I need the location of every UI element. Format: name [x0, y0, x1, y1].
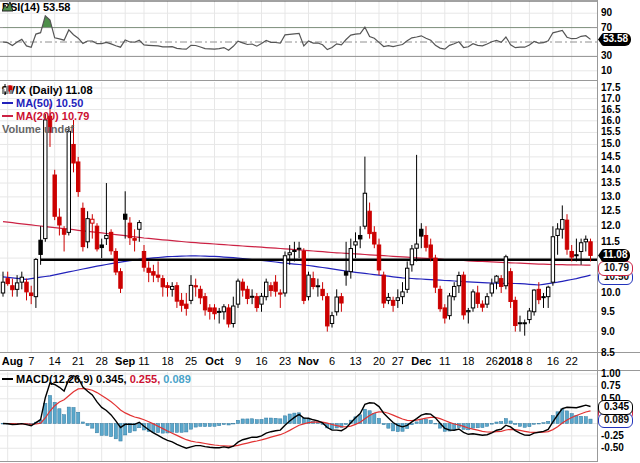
candle-body [481, 304, 484, 307]
price-ytick: 8.5 [601, 347, 615, 359]
macd-histogram-bar [518, 424, 521, 427]
chart-canvas [0, 0, 640, 463]
macd-histogram-bar [471, 424, 474, 429]
price-ytick: 12.0 [601, 220, 620, 232]
candle-body [532, 290, 535, 312]
candle-body [537, 289, 540, 299]
macd-legend: MACD(12,26,9) 0.345, 0.255, 0.089 [2, 373, 191, 385]
xaxis-label: Aug [2, 355, 23, 368]
macd-histogram-bar [241, 419, 244, 424]
hist-value-badge: 0.089 [598, 413, 633, 428]
macd-histogram-bar [227, 424, 230, 425]
macd-histogram-bar [584, 417, 587, 424]
macd-histogram-bar [67, 407, 70, 423]
macd-histogram-bar [283, 416, 286, 424]
symbol-legend-text: $VIX (Daily) 11.08 [2, 84, 93, 96]
macd-histogram-bar [63, 415, 66, 424]
xaxis-label: 21 [72, 355, 84, 368]
candle-body [565, 220, 568, 249]
candle-body [213, 308, 216, 314]
candle-body [133, 239, 136, 241]
candle-body [72, 144, 75, 163]
candle-body [410, 249, 413, 265]
macd-histogram-bar [373, 414, 376, 424]
macd-value-badge: 0.345 [598, 400, 633, 415]
xaxis-label: Nov [298, 355, 319, 368]
candle-body [109, 232, 112, 250]
macd-ytick: 0.75 [601, 380, 620, 392]
candle-body [91, 219, 94, 223]
macd-histogram-bar [251, 419, 254, 424]
area-chart-icon [2, 1, 13, 12]
macd-histogram-bar [77, 412, 80, 423]
ma50-legend-text: MA(50) 10.50 [16, 97, 83, 109]
candle-body [377, 245, 380, 270]
ma200-value-badge: 10.79 [598, 261, 633, 276]
candle-body [279, 293, 282, 294]
xaxis-label: 16 [547, 355, 559, 368]
xaxis-label: 25 [185, 355, 197, 368]
candle-body [114, 251, 117, 272]
macd-histogram-bar [185, 424, 188, 432]
candle-body [500, 279, 503, 287]
price-ytick: 10.0 [601, 287, 620, 299]
macd-histogram-bar [500, 422, 503, 424]
macd-ytick: 1.00 [601, 368, 620, 380]
candle-body [514, 300, 517, 325]
candle-body [589, 242, 592, 256]
candle-body [95, 226, 98, 249]
macd-hist-value: 0.089 [163, 373, 191, 385]
candle-body [406, 268, 409, 289]
candle-body [208, 308, 211, 311]
candle-body [15, 283, 18, 289]
candle-body [227, 308, 230, 324]
macd-histogram-bar [533, 424, 536, 425]
candle-body [373, 232, 376, 244]
ma200-legend-row: MA(200) 10.79 [2, 110, 89, 122]
xaxis-label: Dec [411, 355, 431, 368]
volume-legend-text: Volume undef [2, 123, 74, 135]
rsi-value-badge: 53.58 [598, 33, 631, 46]
rsi-ytick: 10 [601, 65, 612, 77]
candle-body [269, 286, 272, 291]
candle-body [391, 300, 394, 305]
candle-body [453, 286, 456, 296]
macd-histogram-bar [100, 424, 103, 436]
candle-body [443, 308, 446, 318]
candle-body [241, 282, 244, 290]
macd-histogram-bar [255, 420, 258, 424]
candle-body [58, 217, 61, 225]
candle-body [44, 120, 47, 239]
candle-body [335, 297, 338, 312]
macd-histogram-bar [345, 424, 348, 425]
macd-histogram-bar [260, 419, 263, 423]
macd-histogram-bar [279, 419, 282, 424]
candle-body [415, 244, 418, 248]
rsi-ytick: 30 [601, 50, 612, 62]
candle-body [175, 286, 178, 301]
macd-histogram-bar [175, 424, 178, 433]
macd-histogram-bar [194, 424, 197, 428]
candle-body [401, 292, 404, 297]
rsi-ytick: 70 [601, 22, 612, 34]
price-ytick: 16.0 [601, 115, 620, 127]
stockcharts-vix-chart: RSI(14) 53.58 $VIX (Daily) 11.08 MA(50) … [0, 0, 640, 463]
candle-body [330, 316, 333, 324]
candle-body [485, 297, 488, 304]
macd-histogram-bar [105, 424, 108, 436]
candle-body [86, 219, 89, 242]
macd-histogram-bar [44, 403, 47, 423]
macd-line-swatch [2, 378, 13, 380]
xaxis-label: 18 [161, 355, 173, 368]
candle-body [6, 279, 9, 284]
candle-body [288, 253, 291, 255]
candle-body [180, 300, 183, 305]
candle-body [509, 272, 512, 302]
candle-body [344, 272, 347, 275]
candle-body [283, 256, 286, 293]
candle-body [138, 223, 141, 230]
candle-body [194, 286, 197, 287]
candle-body [551, 237, 554, 282]
xaxis-label: 14 [49, 355, 61, 368]
candle-body [25, 282, 28, 292]
